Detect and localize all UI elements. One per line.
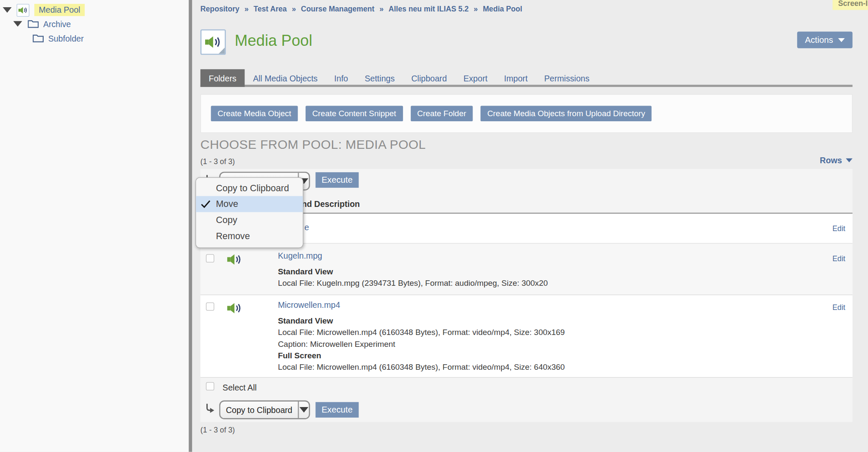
breadcrumb: Repository»Test Area»Course Management»A… — [200, 5, 522, 14]
menu-item-copy[interactable]: Copy — [196, 212, 303, 228]
execute-button-top[interactable]: Execute — [315, 172, 359, 188]
bulk-action-selected-value: Copy to Clipboard — [220, 405, 298, 414]
rows-dropdown-label: Rows — [820, 156, 842, 165]
tree-node-archive[interactable]: Archive — [13, 17, 71, 30]
media-pool-page: Media Pool Archive Subfolder Repository»… — [0, 0, 868, 452]
menu-item-move[interactable]: Move — [196, 196, 303, 212]
create-toolbar: Create Media Object Create Content Snipp… — [200, 94, 853, 133]
tab-settings[interactable]: Settings — [356, 69, 403, 87]
chevron-down-icon — [300, 407, 309, 413]
page-title: Media Pool — [235, 32, 312, 50]
page-fold-decoration — [218, 47, 225, 54]
menu-item-remove[interactable]: Remove — [196, 228, 303, 244]
breadcrumb-link[interactable]: Test Area — [253, 5, 287, 14]
view-label: Standard View — [278, 267, 333, 276]
sidebar-scrollbar[interactable] — [189, 0, 192, 452]
menu-item-label: Remove — [216, 231, 250, 242]
table-row: Microwellen.mp4 Standard View Local File… — [200, 295, 853, 378]
tab-import[interactable]: Import — [496, 69, 536, 87]
menu-item-label: Copy to Clipboard — [216, 183, 289, 193]
create-content-snippet-button[interactable]: Create Content Snippet — [306, 106, 403, 121]
breadcrumb-link[interactable]: Alles neu mit ILIAS 5.2 — [389, 5, 469, 14]
apply-to-selection-arrow-icon — [205, 403, 216, 416]
media-item-link[interactable]: Microwellen.mp4 — [278, 300, 340, 310]
file-info: Local File: Microwellen.mp4 (6160348 Byt… — [278, 328, 565, 337]
select-all-checkbox[interactable] — [206, 382, 214, 391]
chevron-down-icon — [846, 159, 853, 162]
tab-bar: Folders All Media Objects Info Settings … — [200, 69, 853, 87]
tab-folders[interactable]: Folders — [200, 69, 245, 87]
breadcrumb-separator: » — [474, 5, 478, 14]
checkmark-icon — [201, 200, 210, 211]
actions-button[interactable]: Actions — [797, 31, 853, 48]
view-label: Full Screen — [278, 351, 321, 360]
repository-tree-sidebar: Media Pool Archive Subfolder — [0, 0, 189, 452]
pagination-info-top: (1 - 3 of 3) — [200, 157, 235, 166]
select-all-row: Select All — [200, 378, 853, 395]
breadcrumb-separator: » — [245, 5, 249, 14]
view-label: Standard View — [278, 316, 333, 325]
media-pool-icon — [200, 29, 226, 55]
menu-item-copy-to-clipboard[interactable]: Copy to Clipboard — [196, 180, 303, 196]
folder-icon — [33, 34, 44, 43]
expander-arrow-icon[interactable] — [13, 21, 22, 27]
breadcrumb-link[interactable]: Media Pool — [483, 5, 522, 14]
media-item-link[interactable]: e — [304, 223, 309, 232]
edit-link[interactable]: Edit — [832, 304, 845, 312]
rows-dropdown[interactable]: Rows — [820, 156, 852, 165]
caption-info: Caption: Microwellen Experiment — [278, 340, 395, 349]
tree-node-subfolder[interactable]: Subfolder — [33, 31, 83, 45]
select-arrow-zone[interactable] — [298, 402, 309, 418]
create-media-object-button[interactable]: Create Media Object — [211, 106, 298, 121]
bulk-action-row-bottom: Copy to Clipboard Execute — [200, 395, 853, 422]
audio-speaker-icon — [227, 302, 242, 317]
tree-node-label[interactable]: Media Pool — [34, 4, 85, 16]
media-pool-icon — [17, 3, 29, 16]
bulk-action-dropdown-menu: Copy to Clipboard Move Copy Remove — [195, 177, 303, 248]
screen-id-badge: Screen-ID — [832, 0, 868, 10]
execute-button-bottom[interactable]: Execute — [315, 402, 359, 418]
tab-info[interactable]: Info — [326, 69, 356, 87]
tree-node-media-pool[interactable]: Media Pool — [3, 3, 85, 17]
file-info: Local File: Kugeln.mpg (2394731 Bytes), … — [278, 279, 548, 287]
pagination-info-bottom: (1 - 3 of 3) — [200, 426, 235, 434]
media-item-link[interactable]: Kugeln.mpg — [278, 251, 323, 260]
folder-icon — [28, 20, 39, 28]
breadcrumb-link[interactable]: Repository — [200, 5, 239, 14]
row-checkbox[interactable] — [206, 254, 214, 263]
edit-link[interactable]: Edit — [832, 255, 845, 263]
audio-speaker-icon — [227, 253, 242, 268]
media-item-details: Standard View Local File: Kugeln.mpg (23… — [278, 266, 548, 289]
breadcrumb-separator: » — [292, 5, 296, 14]
tab-permissions[interactable]: Permissions — [536, 69, 598, 87]
row-checkbox[interactable] — [206, 302, 214, 311]
tree-node-label[interactable]: Subfolder — [48, 33, 84, 43]
bulk-action-select-bottom[interactable]: Copy to Clipboard — [219, 400, 310, 419]
expander-arrow-icon[interactable] — [3, 7, 12, 13]
table-row: Kugeln.mpg Standard View Local File: Kug… — [200, 244, 853, 295]
chevron-down-icon — [838, 38, 845, 42]
file-info: Local File: Microwellen.mp4 (6160348 Byt… — [278, 363, 565, 372]
section-heading: CHOOSE FROM POOL: MEDIA POOL — [200, 137, 426, 152]
tab-clipboard[interactable]: Clipboard — [403, 69, 455, 87]
tree-node-label[interactable]: Archive — [43, 19, 71, 28]
menu-item-label: Copy — [216, 215, 237, 226]
edit-link[interactable]: Edit — [832, 224, 845, 233]
create-folder-button[interactable]: Create Folder — [411, 106, 473, 121]
actions-button-label: Actions — [805, 35, 833, 45]
tab-all-media-objects[interactable]: All Media Objects — [245, 69, 326, 87]
breadcrumb-link[interactable]: Course Management — [301, 5, 374, 14]
tab-export[interactable]: Export — [455, 69, 496, 87]
create-media-objects-from-upload-directory-button[interactable]: Create Media Objects from Upload Directo… — [481, 106, 652, 121]
select-all-label: Select All — [223, 383, 257, 392]
breadcrumb-separator: » — [379, 5, 384, 14]
media-item-details: Standard View Local File: Microwellen.mp… — [278, 315, 565, 373]
menu-item-label: Move — [216, 199, 238, 209]
